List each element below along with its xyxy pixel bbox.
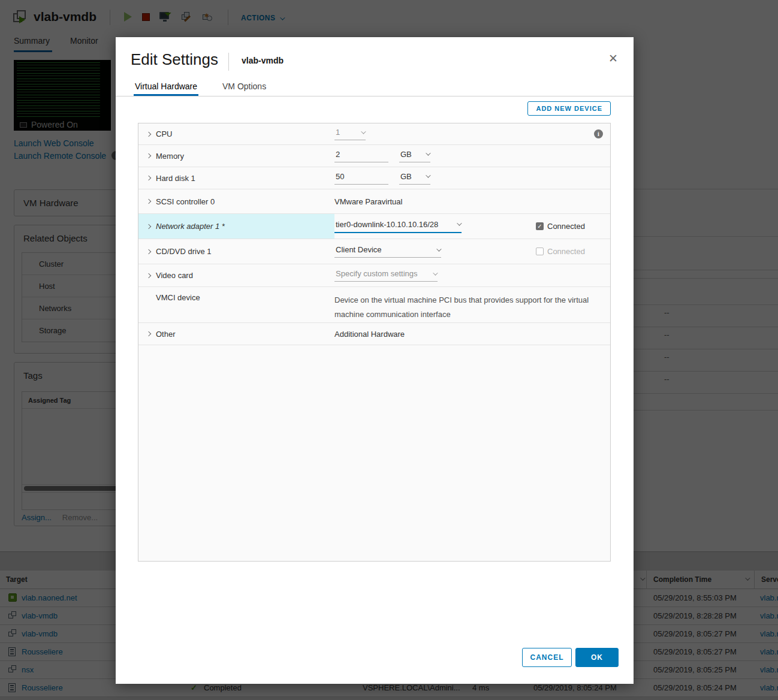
disk-size-input[interactable]: 50 — [334, 172, 388, 185]
connected-label: Connected — [547, 247, 585, 256]
tab-virtual-hardware[interactable]: Virtual Hardware — [134, 79, 198, 96]
dialog-vm-name: vlab-vmdb — [242, 56, 284, 65]
close-icon[interactable]: ✕ — [608, 53, 618, 64]
scsi-value: VMware Paravirtual — [334, 197, 402, 206]
row-label: VMCI device — [156, 293, 200, 302]
row-other: Other Additional Hardware — [138, 323, 610, 345]
row-video-card: Video card Specify custom settings — [138, 264, 610, 287]
row-hard-disk: Hard disk 1 50 GB — [138, 167, 610, 189]
chevron-down-icon — [457, 221, 462, 225]
cd-dvd-value: Client Device — [336, 245, 382, 254]
expand-chevron-icon[interactable] — [146, 331, 151, 336]
connected-label: Connected — [547, 222, 585, 231]
chevron-down-icon — [426, 173, 430, 177]
cd-dvd-select[interactable]: Client Device — [334, 245, 441, 258]
network-select[interactable]: tier0-downlink-10.10.10.16/28 — [334, 220, 462, 233]
info-icon[interactable]: i — [594, 129, 603, 138]
expand-chevron-icon[interactable] — [146, 131, 151, 136]
row-label: CD/DVD drive 1 — [156, 247, 211, 256]
network-value: tier0-downlink-10.10.10.16/28 — [336, 220, 438, 229]
vmci-description: Device on the virtual machine PCI bus th… — [334, 293, 593, 322]
expand-chevron-icon[interactable] — [146, 249, 151, 254]
cancel-button[interactable]: CANCEL — [522, 648, 572, 667]
expand-chevron-icon[interactable] — [146, 273, 151, 277]
row-cd-dvd: CD/DVD drive 1 Client Device Connected — [138, 239, 610, 264]
chevron-down-icon — [436, 246, 441, 251]
row-scsi-controller: SCSI controller 0 VMware Paravirtual — [138, 189, 610, 214]
hardware-grid: CPU 1 i Memory 2 GB Hard disk 1 50 GB — [138, 123, 611, 562]
connected-control: ✓ Connected — [536, 222, 585, 231]
tab-vm-options[interactable]: VM Options — [221, 79, 267, 96]
row-label: Other — [156, 330, 176, 339]
expand-chevron-icon[interactable] — [146, 176, 151, 180]
connected-checkbox-checked[interactable]: ✓ — [536, 222, 544, 230]
cpu-select[interactable]: 1 — [334, 128, 366, 140]
connected-control-disabled: Connected — [536, 247, 585, 256]
other-value: Additional Hardware — [334, 330, 405, 339]
expand-chevron-icon[interactable] — [146, 153, 151, 158]
disk-unit-select[interactable]: GB — [399, 172, 430, 185]
row-label: SCSI controller 0 — [156, 197, 215, 206]
chevron-down-icon — [433, 270, 438, 275]
add-new-device-button[interactable]: ADD NEW DEVICE — [527, 101, 611, 116]
memory-unit-select[interactable]: GB — [399, 150, 430, 162]
ok-button[interactable]: OK — [575, 648, 619, 667]
video-card-value: Specify custom settings — [336, 269, 418, 278]
row-label: Network adapter 1 * — [156, 222, 225, 231]
row-network-adapter: Network adapter 1 * tier0-downlink-10.10… — [138, 214, 610, 239]
chevron-down-icon — [426, 150, 430, 155]
expand-chevron-icon[interactable] — [146, 199, 151, 204]
expand-chevron-icon[interactable] — [146, 224, 151, 228]
row-memory: Memory 2 GB — [138, 145, 610, 167]
unit-value: GB — [400, 172, 412, 181]
row-vmci-device: VMCI device Device on the virtual machin… — [138, 287, 610, 323]
dialog-tabs: Virtual Hardware VM Options — [116, 79, 634, 96]
dialog-title: Edit Settings — [131, 50, 218, 69]
memory-input[interactable]: 2 — [334, 150, 388, 162]
row-label: Memory — [156, 152, 184, 161]
chevron-down-icon — [361, 129, 366, 134]
row-label: Video card — [156, 271, 193, 280]
connected-checkbox-unchecked — [536, 248, 544, 255]
divider — [228, 53, 229, 71]
row-label: Hard disk 1 — [156, 174, 195, 183]
unit-value: GB — [400, 150, 412, 159]
vsphere-client-page: vlab-vmdb ✱ ACTIONS Summary Monitor Powe… — [0, 0, 778, 700]
edit-settings-dialog: Edit Settings vlab-vmdb ✕ Virtual Hardwa… — [116, 37, 634, 684]
cpu-value: 1 — [336, 128, 340, 137]
row-cpu: CPU 1 i — [138, 123, 610, 145]
row-label: CPU — [156, 129, 172, 138]
video-card-select[interactable]: Specify custom settings — [334, 269, 438, 282]
